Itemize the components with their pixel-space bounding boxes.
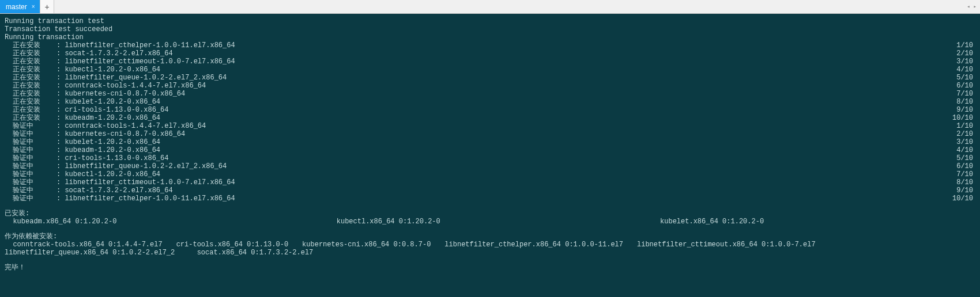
terminal-output[interactable]: Running transaction testTransaction test… bbox=[0, 14, 980, 276]
separator: : bbox=[56, 74, 65, 82]
transaction-row: 正在安装: libnetfilter_cthelper-1.0.0-11.el7… bbox=[5, 41, 975, 50]
separator: : bbox=[56, 146, 65, 154]
add-tab-button[interactable]: + bbox=[40, 0, 54, 13]
action-label: 正在安装 bbox=[5, 106, 56, 114]
package-name: cri-tools-1.13.0-0.x86_64 bbox=[65, 106, 168, 114]
transaction-row: 验证中: kubeadm-1.20.2-0.x86_644/10 bbox=[5, 146, 975, 154]
transaction-row: 正在安装: kubelet-1.20.2-0.x86_648/10 bbox=[5, 98, 975, 106]
package-name: cri-tools-1.13.0-0.x86_64 bbox=[65, 154, 168, 162]
separator: : bbox=[56, 41, 65, 50]
separator: : bbox=[56, 154, 65, 162]
installed-item: kubeadm.x86_64 0:1.20.2-0 bbox=[5, 218, 328, 226]
action-label: 正在安装 bbox=[5, 114, 56, 122]
progress-count: 9/10 bbox=[956, 106, 975, 114]
transaction-row: 验证中: socat-1.7.3.2-2.el7.x86_649/10 bbox=[5, 186, 975, 195]
tab-master[interactable]: master × bbox=[0, 0, 40, 13]
separator: : bbox=[56, 122, 65, 130]
progress-count: 2/10 bbox=[956, 130, 975, 138]
transaction-row: 验证中: kubectl-1.20.2-0.x86_647/10 bbox=[5, 170, 975, 178]
action-label: 正在安装 bbox=[5, 82, 56, 90]
transaction-row: 正在安装: libnetfilter_queue-1.0.2-2.el7_2.x… bbox=[5, 74, 975, 82]
terminal-line: Running transaction bbox=[5, 33, 975, 41]
action-label: 验证中 bbox=[5, 154, 56, 162]
progress-count: 7/10 bbox=[956, 90, 975, 98]
separator: : bbox=[56, 82, 65, 90]
package-name: kubelet-1.20.2-0.x86_64 bbox=[65, 138, 160, 146]
action-label: 正在安装 bbox=[5, 74, 56, 82]
deps-header: 作为依赖被安装: bbox=[5, 233, 975, 241]
tab-label: master bbox=[6, 3, 27, 11]
package-name: libnetfilter_cthelper-1.0.0-11.el7.x86_6… bbox=[65, 41, 235, 50]
action-label: 验证中 bbox=[5, 195, 56, 203]
package-name: libnetfilter_cthelper-1.0.0-11.el7.x86_6… bbox=[65, 195, 235, 203]
progress-count: 5/10 bbox=[956, 154, 975, 162]
package-name: kubeadm-1.20.2-0.x86_64 bbox=[65, 146, 160, 154]
action-label: 验证中 bbox=[5, 162, 56, 170]
progress-count: 6/10 bbox=[956, 82, 975, 90]
action-label: 验证中 bbox=[5, 146, 56, 154]
transaction-row: 验证中: libnetfilter_queue-1.0.2-2.el7_2.x8… bbox=[5, 162, 975, 170]
package-name: libnetfilter_cttimeout-1.0.0-7.el7.x86_6… bbox=[65, 178, 235, 186]
installed-list: kubeadm.x86_64 0:1.20.2-0 kubectl.x86_64… bbox=[5, 218, 975, 226]
separator: : bbox=[56, 170, 65, 178]
progress-count: 1/10 bbox=[956, 122, 975, 130]
done-line: 完毕！ bbox=[5, 264, 975, 272]
package-name: kubernetes-cni-0.8.7-0.x86_64 bbox=[65, 90, 185, 98]
progress-count: 10/10 bbox=[952, 114, 975, 122]
package-name: libnetfilter_queue-1.0.2-2.el7_2.x86_64 bbox=[65, 162, 227, 170]
close-icon[interactable]: × bbox=[32, 3, 35, 10]
transaction-row: 正在安装: kubeadm-1.20.2-0.x86_6410/10 bbox=[5, 114, 975, 122]
progress-count: 6/10 bbox=[956, 162, 975, 170]
package-name: kubelet-1.20.2-0.x86_64 bbox=[65, 98, 160, 106]
installed-item: kubectl.x86_64 0:1.20.2-0 bbox=[328, 218, 651, 226]
progress-count: 4/10 bbox=[956, 146, 975, 154]
separator: : bbox=[56, 98, 65, 106]
package-name: socat-1.7.3.2-2.el7.x86_64 bbox=[65, 50, 172, 58]
package-name: kubernetes-cni-0.8.7-0.x86_64 bbox=[65, 130, 185, 138]
separator: : bbox=[56, 66, 65, 74]
scroll-right-icon[interactable]: ▸ bbox=[973, 3, 978, 10]
action-label: 验证中 bbox=[5, 178, 56, 186]
installed-header: 已安装: bbox=[5, 210, 975, 218]
dep-item: socat.x86_64 0:1.7.3.2-2.el7 bbox=[189, 249, 313, 257]
action-label: 正在安装 bbox=[5, 50, 56, 58]
dep-item: libnetfilter_cthelper.x86_64 0:1.0.0-11.… bbox=[444, 241, 623, 249]
action-label: 验证中 bbox=[5, 170, 56, 178]
dep-item: kubernetes-cni.x86_64 0:0.8.7-0 bbox=[302, 241, 431, 249]
separator: : bbox=[56, 106, 65, 114]
separator: : bbox=[56, 50, 65, 58]
progress-count: 3/10 bbox=[956, 138, 975, 146]
scroll-left-icon[interactable]: ◂ bbox=[966, 3, 971, 10]
action-label: 验证中 bbox=[5, 122, 56, 130]
transaction-row: 正在安装: libnetfilter_cttimeout-1.0.0-7.el7… bbox=[5, 58, 975, 66]
progress-count: 5/10 bbox=[956, 74, 975, 82]
progress-count: 1/10 bbox=[956, 41, 975, 50]
dep-item: conntrack-tools.x86_64 0:1.4.4-7.el7 bbox=[5, 241, 163, 249]
transaction-row: 验证中: kubernetes-cni-0.8.7-0.x86_642/10 bbox=[5, 130, 975, 138]
package-name: libnetfilter_queue-1.0.2-2.el7_2.x86_64 bbox=[65, 74, 227, 82]
action-label: 正在安装 bbox=[5, 90, 56, 98]
dep-item: libnetfilter_queue.x86_64 0:1.0.2-2.el7_… bbox=[5, 249, 175, 257]
tab-scroll-controls: ◂ ▸ bbox=[966, 0, 978, 13]
action-label: 验证中 bbox=[5, 186, 56, 195]
progress-count: 4/10 bbox=[956, 66, 975, 74]
transaction-row: 正在安装: cri-tools-1.13.0-0.x86_649/10 bbox=[5, 106, 975, 114]
deps-list: conntrack-tools.x86_64 0:1.4.4-7.el7cri-… bbox=[5, 241, 975, 257]
action-label: 正在安装 bbox=[5, 58, 56, 66]
separator: : bbox=[56, 90, 65, 98]
separator: : bbox=[56, 138, 65, 146]
progress-count: 8/10 bbox=[956, 98, 975, 106]
action-label: 正在安装 bbox=[5, 41, 56, 50]
progress-count: 7/10 bbox=[956, 170, 975, 178]
progress-count: 10/10 bbox=[952, 195, 975, 203]
package-name: socat-1.7.3.2-2.el7.x86_64 bbox=[65, 186, 172, 195]
terminal-line: Transaction test succeeded bbox=[5, 25, 975, 33]
progress-count: 8/10 bbox=[956, 178, 975, 186]
separator: : bbox=[56, 178, 65, 186]
transaction-row: 正在安装: socat-1.7.3.2-2.el7.x86_642/10 bbox=[5, 50, 975, 58]
progress-count: 3/10 bbox=[956, 58, 975, 66]
action-label: 正在安装 bbox=[5, 98, 56, 106]
progress-count: 9/10 bbox=[956, 186, 975, 195]
transaction-row: 验证中: libnetfilter_cttimeout-1.0.0-7.el7.… bbox=[5, 178, 975, 186]
package-name: kubeadm-1.20.2-0.x86_64 bbox=[65, 114, 160, 122]
